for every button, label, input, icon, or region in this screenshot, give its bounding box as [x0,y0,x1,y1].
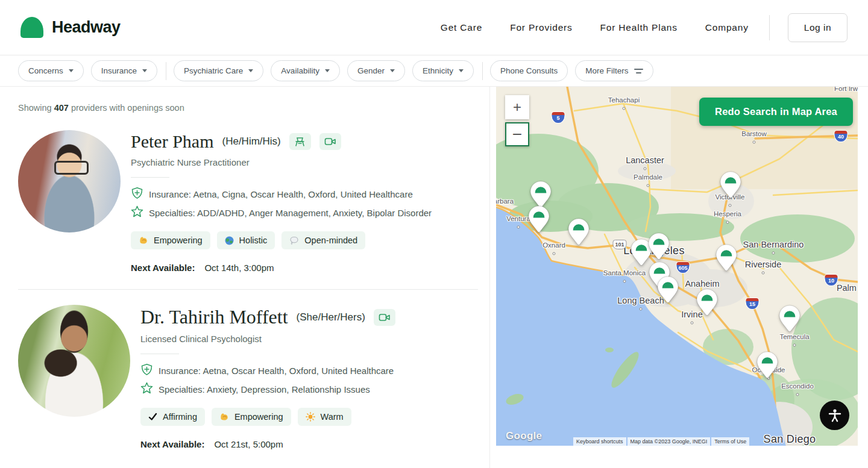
mini-divider [131,177,169,178]
provider-map-pin[interactable] [530,181,552,208]
login-button[interactable]: Log in [788,13,848,42]
filter-label: Psychiatric Care [184,66,243,75]
results-scroll-edge[interactable] [489,87,490,468]
map-city-dot [726,221,729,224]
redo-search-button[interactable]: Redo Search in Map Area [699,98,853,126]
filter-group-divider [166,62,166,80]
provider-map-pin[interactable] [568,218,590,246]
map-canvas[interactable]: Fort IrwinTehachapiBarstowLancasterPalmd… [496,87,858,446]
filter-label: Ethnicity [423,66,453,75]
us-route-shield-icon: 101 [612,240,626,249]
trait-badge: Affirming [140,408,205,426]
chevron-down-icon [325,69,330,72]
next-available-value: Oct 21st, 5:00pm [214,439,283,449]
summary-prefix: Showing [18,103,54,113]
filter-ethnicity[interactable]: Ethnicity [412,60,474,81]
map-city-label: Palm Springs [837,283,858,293]
keyboard-shortcuts-link[interactable]: Keyboard shortcuts [573,437,626,446]
provider-map-pin[interactable] [696,289,718,316]
main-nav: Get Care For Providers For Health Plans … [413,13,848,42]
provider-name: Dr. Tahirih Moffett [140,306,288,328]
map-city-dot [729,204,732,207]
specialties-star-icon [131,205,143,220]
provider-map-pin[interactable] [779,305,800,332]
provider-photo [18,305,130,417]
filter-label: Phone Consults [500,66,558,75]
video-camera-icon [319,133,341,150]
nav-for-providers[interactable]: For Providers [510,22,572,33]
headway-logo[interactable]: Headway [20,17,121,38]
provider-info: Peter Pham (He/Him/His) Psychiatric Nurs… [131,130,432,273]
accessibility-button[interactable] [820,401,849,430]
filter-bar: Concerns Insurance Psychiatric Care Avai… [0,55,868,87]
provider-map-pin[interactable] [715,244,737,272]
provider-card[interactable]: Dr. Tahirih Moffett (She/Her/Hers) Licen… [18,305,478,449]
specialties-text: Specialties: Anxiety, Depression, Relati… [159,384,370,395]
filter-more-filters[interactable]: More Filters [575,60,653,81]
trait-badge: Empowering [212,408,291,426]
map-city-dot [517,226,520,229]
google-logo[interactable]: Google [506,430,542,442]
map-city-label: Riverside [745,260,781,269]
provider-map-pin[interactable] [720,171,741,199]
provider-card[interactable]: Peter Pham (He/Him/His) Psychiatric Nurs… [18,130,478,273]
summary-count: 407 [54,103,69,113]
interstate-shield-icon: 10 [825,275,838,285]
provider-title: Licensed Clinical Psychologist [140,334,395,344]
filter-availability[interactable]: Availability [271,60,340,81]
thought-bubble-icon [289,236,299,245]
map-city-label: Hesperia [714,210,741,217]
globe-icon [225,236,234,245]
map-city-label: Oxnard [542,242,565,249]
insurance-shield-icon [131,187,143,201]
map-city-label: Tehachapi [608,96,640,104]
filter-phone-consults[interactable]: Phone Consults [490,60,568,81]
map-city-label: Santa Barbara [496,198,514,205]
map-attribution: Keyboard shortcuts Map data ©2023 Google… [573,437,749,446]
map-city-label: Lancaster [626,155,664,165]
map-city-label: Fort Irwin [834,87,858,92]
map-city-label: Escondido [781,382,814,390]
provider-map-pin[interactable] [528,205,550,233]
results-summary: Showing 407 providers with openings soon [18,103,478,113]
provider-map-pin[interactable] [657,276,679,304]
map-city-dot [793,344,796,347]
chevron-down-icon [390,69,395,72]
nav-get-care[interactable]: Get Care [441,22,482,33]
specialties-text: Specialties: ADD/ADHD, Anger Management,… [149,208,432,218]
provider-map-pin[interactable] [648,232,670,260]
provider-pronouns: (He/Him/His) [222,136,280,148]
brand-name: Headway [52,18,121,37]
insurance-text: Insurance: Aetna, Oscar Health, Oxford, … [159,366,394,376]
interstate-shield-icon: 5 [552,112,565,123]
sun-icon [306,412,315,422]
chevron-down-icon [248,69,253,72]
nav-company[interactable]: Company [705,22,749,33]
map-city-dot [644,167,647,170]
map-city-dot [640,308,643,311]
chevron-down-icon [142,69,147,72]
map-city-dot [753,141,756,144]
filter-lines-icon [634,69,643,73]
filter-gender[interactable]: Gender [347,60,405,81]
zoom-in-button[interactable]: + [505,95,529,119]
filter-concerns[interactable]: Concerns [18,60,84,81]
map-zoom-control: + − [505,95,529,146]
provider-info: Dr. Tahirih Moffett (She/Her/Hers) Licen… [140,305,395,449]
map-city-dot [647,184,650,187]
mini-divider [140,354,179,354]
provider-map-pin[interactable] [756,351,778,379]
map-city-dot [796,393,799,396]
map-city-label: Palmdale [634,173,662,181]
chevron-down-icon [459,69,464,72]
interstate-shield-icon: 15 [746,298,759,309]
nav-for-health-plans[interactable]: For Health Plans [600,22,678,33]
map-city-label: Santa Monica [603,269,646,276]
terms-of-use-link[interactable]: Terms of Use [711,437,749,446]
zoom-out-button[interactable]: − [505,122,529,146]
muscle-icon [219,412,229,422]
provider-title: Psychiatric Nurse Practitioner [131,157,432,167]
interstate-shield-icon: 605 [676,262,689,273]
filter-psychiatric-care[interactable]: Psychiatric Care [174,60,263,81]
filter-insurance[interactable]: Insurance [91,60,157,81]
